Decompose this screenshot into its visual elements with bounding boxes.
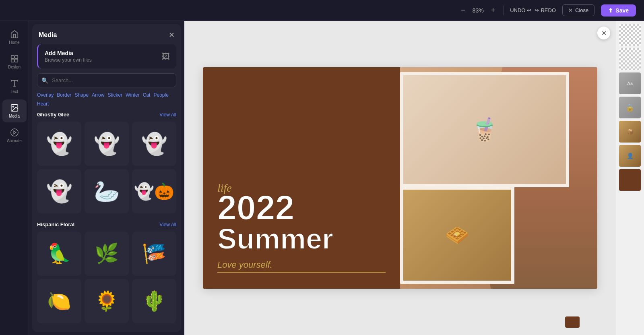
home-icon (10, 30, 19, 39)
sidebar-item-home[interactable]: Home (2, 26, 27, 49)
sticker-decoration[interactable]: 🎏 (132, 232, 176, 276)
thumb-checker-2 (619, 48, 641, 70)
tag-people[interactable]: People (153, 92, 168, 99)
add-media-subtitle: Browse your own files (45, 57, 92, 63)
hispanic-floral-view-all[interactable]: View All (159, 222, 176, 227)
sticker-ghost-pumpkin[interactable]: 👻🎃 (132, 169, 176, 213)
sticker-ghost-3[interactable]: 👻 (132, 122, 176, 166)
hispanic-floral-title: Hispanic Floral (37, 221, 74, 227)
sticker-ghost-2[interactable]: 👻 (85, 122, 129, 166)
food-emoji: 🧇 (445, 224, 469, 246)
svg-rect-1 (14, 56, 17, 58)
upload-icon: 🖼 (162, 52, 170, 61)
photo-frame-drink: 🧋 (400, 72, 569, 187)
thumb-box: 📦 (619, 121, 641, 143)
svg-marker-9 (14, 131, 16, 134)
topbar-divider (503, 6, 504, 15)
sidebar-design-label: Design (8, 65, 21, 69)
thumb-2[interactable] (619, 48, 641, 70)
canvas-right-panel: 🧋 🧇 (400, 67, 597, 289)
thumb-7[interactable] (619, 169, 641, 191)
save-button[interactable]: ⬆ Save (601, 4, 636, 17)
topbar: − 83% + UNDO ↩ ↪ REDO ✕ Close ⬆ Save (0, 0, 644, 21)
drink-emoji: 🧋 (471, 116, 499, 143)
undo-redo-group: UNDO ↩ ↪ REDO (510, 7, 556, 13)
thumb-4[interactable]: 🔒 (619, 97, 641, 118)
main-layout: Home Design Text Med (0, 21, 644, 335)
undo-button[interactable]: UNDO ↩ (510, 7, 531, 13)
canvas-left-panel: life 2022 Summer Love yourself. (203, 67, 400, 289)
panel-scroll: Ghostly Glee View All 👻 👻 👻 👻 🦢 👻🎃 Hispa… (32, 112, 181, 332)
ghostly-glee-grid: 👻 👻 👻 👻 🦢 👻🎃 (37, 122, 176, 213)
svg-rect-3 (14, 59, 17, 62)
tag-heart[interactable]: Heart (37, 101, 49, 107)
tag-overlay[interactable]: Overlay (37, 92, 54, 99)
canvas-close-button[interactable]: ✕ (597, 27, 610, 39)
tag-winter[interactable]: Winter (126, 92, 140, 99)
ghostly-glee-view-all[interactable]: View All (159, 112, 176, 118)
sidebar-item-text[interactable]: Text (2, 75, 27, 98)
animate-icon (10, 128, 19, 137)
sticker-swan[interactable]: 🦢 (85, 169, 129, 213)
thumb-lock: 🔒 (619, 97, 641, 118)
sticker-cactus[interactable]: 🌵 (132, 279, 176, 323)
canvas-text-summer: Summer (217, 224, 386, 253)
sidebar-media-label: Media (9, 114, 20, 118)
thumb-6[interactable]: 👤 (619, 145, 641, 167)
svg-point-7 (12, 106, 14, 107)
add-media-title: Add Media (45, 50, 92, 56)
search-bar: 🔍 (37, 73, 176, 87)
tags-row: Overlay Border Shape Arrow Sticker Winte… (32, 92, 181, 112)
sticker-sunflower[interactable]: 🌻 (85, 279, 129, 323)
panel-header: Media ✕ (32, 24, 181, 44)
right-thumb-panel: Aa 🔒 📦 👤 (616, 21, 644, 335)
close-button[interactable]: ✕ Close (562, 4, 594, 16)
tag-border[interactable]: Border (57, 92, 71, 99)
sticker-parrot[interactable]: 🦜 (37, 232, 81, 276)
panel-title: Media (39, 31, 57, 39)
sidebar-home-label: Home (9, 40, 20, 45)
canvas-text-year: 2022 (217, 191, 386, 224)
canvas-frame[interactable]: life 2022 Summer Love yourself. 🧋 (203, 67, 597, 289)
zoom-controls: − 83% + (459, 4, 497, 16)
tag-arrow[interactable]: Arrow (92, 92, 104, 99)
thumb-5[interactable]: 📦 (619, 121, 641, 143)
zoom-out-button[interactable]: − (459, 4, 467, 16)
ghostly-glee-header: Ghostly Glee View All (37, 112, 176, 118)
svg-point-8 (10, 129, 18, 136)
search-icon: 🔍 (41, 77, 48, 84)
tag-shape[interactable]: Shape (74, 92, 89, 99)
canvas-area: ✕ life 2022 Summer Love yourself. (184, 21, 616, 335)
canvas-text-tagline: Love yourself. (217, 260, 386, 273)
canvas-inner: life 2022 Summer Love yourself. 🧋 (203, 67, 597, 289)
tag-sticker[interactable]: Sticker (107, 92, 122, 99)
add-media-section[interactable]: Add Media Browse your own files 🖼 (37, 44, 176, 68)
search-input[interactable] (37, 73, 176, 87)
sticker-ghost-1[interactable]: 👻 (37, 122, 81, 166)
thumb-checker-1 (619, 24, 641, 46)
redo-button[interactable]: ↪ REDO (535, 7, 556, 13)
sticker-lemon[interactable]: 🍋 (37, 279, 81, 323)
thumb-brown-color (619, 169, 641, 191)
sticker-plant[interactable]: 🌿 (85, 232, 129, 276)
photo-frame-food: 🧇 (400, 186, 514, 284)
thumb-1[interactable] (619, 24, 641, 46)
add-media-text: Add Media Browse your own files (45, 50, 92, 63)
panel-close-button[interactable]: ✕ (169, 31, 175, 39)
sticker-ghost-4[interactable]: 👻 (37, 169, 81, 213)
sidebar-item-animate[interactable]: Animate (2, 124, 27, 147)
thumb-3[interactable]: Aa (619, 72, 641, 94)
svg-rect-2 (11, 59, 14, 62)
color-swatch[interactable] (565, 316, 580, 328)
sidebar-item-design[interactable]: Design (2, 50, 27, 73)
media-panel: Media ✕ Add Media Browse your own files … (32, 24, 181, 332)
sidebar-item-media[interactable]: Media (2, 99, 27, 122)
tag-cat[interactable]: Cat (143, 92, 151, 99)
sidebar-animate-label: Animate (7, 139, 22, 143)
zoom-in-button[interactable]: + (489, 4, 497, 16)
thumb-person: 👤 (619, 145, 641, 167)
svg-rect-0 (11, 56, 14, 58)
design-icon (10, 54, 19, 63)
zoom-value: 83% (470, 7, 486, 14)
thumb-text-layer: Aa (619, 72, 641, 94)
